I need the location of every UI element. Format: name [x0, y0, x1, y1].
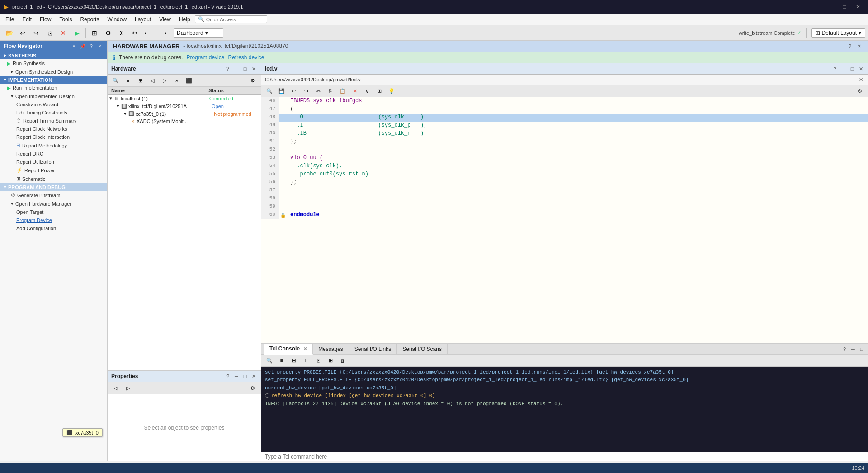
hw-close-button[interactable]: ✕ [250, 65, 257, 72]
ledv-delete-button[interactable]: ✕ [349, 86, 360, 95]
menu-file[interactable]: File [2, 15, 18, 24]
ledv-minimize-button[interactable]: ─ [840, 65, 847, 72]
hw-maximize-button[interactable]: □ [241, 65, 249, 72]
props-minimize-button[interactable]: ─ [233, 373, 240, 380]
dashboard-dropdown[interactable]: Dashboard ▾ [174, 28, 223, 38]
prev-button[interactable]: ⟵ [142, 27, 155, 39]
tcl-console-tab[interactable]: Tcl Console ✕ [264, 344, 313, 355]
code-line-50[interactable]: 50 .IB (sys_clk_n ) [261, 130, 868, 138]
edit-timing-constraints-item[interactable]: Edit Timing Constraints [0, 109, 107, 117]
cut-button[interactable]: ✂ [129, 27, 142, 39]
open-button[interactable]: 📂 [3, 27, 15, 39]
hw-search-button[interactable]: 🔍 [110, 76, 121, 85]
tcl-pause-button[interactable]: ⏸ [301, 356, 311, 365]
code-line-59[interactable]: 59 [261, 203, 868, 211]
settings-button[interactable]: ⚙ [102, 27, 114, 39]
nav-collapse-button[interactable]: ≡ [71, 43, 78, 50]
menu-view[interactable]: View [156, 15, 175, 24]
hw-help-button[interactable]: ? [224, 65, 231, 72]
code-line-57[interactable]: 57 [261, 187, 868, 195]
hw-manager-close-button[interactable]: ✕ [855, 43, 863, 50]
open-impl-design-item[interactable]: ▾ Open Implemented Design [0, 92, 107, 100]
code-line-52[interactable]: 52 [261, 146, 868, 154]
code-line-46[interactable]: 46IBUFDS sys_clk_ibufgds [261, 97, 868, 105]
code-line-60[interactable]: 60🔒endmodule [261, 211, 868, 219]
ledv-gear-button[interactable]: ⚙ [854, 86, 865, 95]
report-utilization-item[interactable]: Report Utilization [0, 158, 107, 166]
ledv-comment-button[interactable]: // [362, 86, 373, 95]
hw-minimize-button[interactable]: ─ [233, 65, 240, 72]
program-device-item[interactable]: Program Device [0, 216, 107, 224]
props-back-button[interactable]: ◁ [110, 383, 121, 393]
open-synthesized-design-item[interactable]: ▸ Open Synthesized Design [0, 67, 107, 76]
next-button[interactable]: ⟶ [156, 27, 169, 39]
menu-window[interactable]: Window [104, 15, 130, 24]
hw-row-xilinx[interactable]: ▾ 🔲 xilinx_tcf/Digilent/210251A Open [108, 102, 261, 110]
hw-row-xadc[interactable]: ✕ XADC (System Monit... [108, 118, 261, 125]
open-target-item[interactable]: Open Target [0, 208, 107, 216]
ledv-paste-button[interactable]: 📋 [337, 86, 348, 95]
tcl-expand-button[interactable]: ⊞ [288, 356, 299, 365]
tcl-minimize-button[interactable]: ─ [849, 345, 857, 353]
hw-more-button[interactable]: » [171, 76, 182, 85]
tcl-delete-button[interactable]: 🗑 [337, 356, 348, 365]
run-implementation-item[interactable]: ▶ Run Implementation [0, 84, 107, 92]
stop-button[interactable]: ✕ [57, 27, 70, 39]
ledv-save-button[interactable]: 💾 [276, 86, 287, 95]
serial-io-links-tab[interactable]: Serial I/O Links [349, 344, 397, 354]
menu-tools[interactable]: Tools [56, 15, 75, 24]
ledv-copy-button[interactable]: ⎘ [325, 86, 336, 95]
ledv-help-button[interactable]: ? [831, 65, 839, 72]
open-hw-manager-item[interactable]: ▾ Open Hardware Manager [0, 199, 107, 208]
constraints-wizard-item[interactable]: Constraints Wizard [0, 100, 107, 109]
hw-next-button[interactable]: ▷ [159, 76, 170, 85]
report-clock-interaction-item[interactable]: Report Clock Interaction [0, 133, 107, 141]
menu-layout[interactable]: Layout [131, 15, 155, 24]
report-clock-networks-item[interactable]: Report Clock Networks [0, 125, 107, 133]
impl-button[interactable]: ⊞ [88, 27, 101, 39]
messages-tab[interactable]: Messages [313, 344, 349, 354]
report-timing-summary-item[interactable]: ⏱ Report Timing Summary [0, 117, 107, 125]
code-line-49[interactable]: 49 .I (sys_clk_p ), [261, 122, 868, 130]
ledv-cut-button[interactable]: ✂ [313, 86, 324, 95]
ledv-bulb-button[interactable]: 💡 [386, 86, 397, 95]
tcl-input-bar[interactable] [261, 452, 868, 461]
hw-row-xc7a35t[interactable]: ▾ 🔲 xc7a35t_0 (1) Not programmed [108, 110, 261, 118]
tcl-input[interactable] [265, 454, 864, 460]
report-methodology-item[interactable]: ⊟ Report Methodology [0, 141, 107, 150]
tcl-maximize-button[interactable]: □ [858, 345, 865, 353]
undo-button[interactable]: ↩ [16, 27, 29, 39]
ledv-forward-button[interactable]: ↪ [301, 86, 311, 95]
props-maximize-button[interactable]: □ [241, 373, 249, 380]
code-line-48[interactable]: 48 .O (sys_clk ), [261, 114, 868, 122]
hw-prev-button[interactable]: ◁ [147, 76, 158, 85]
ledv-grid-button[interactable]: ⊞ [374, 86, 385, 95]
menu-flow[interactable]: Flow [36, 15, 55, 24]
tcl-help-button[interactable]: ? [841, 345, 848, 353]
report-power-item[interactable]: ⚡ Report Power [0, 166, 107, 175]
hw-expand-button[interactable]: ⊞ [135, 76, 146, 85]
menu-edit[interactable]: Edit [19, 15, 35, 24]
minimize-button[interactable]: ─ [825, 2, 837, 11]
code-line-51[interactable]: 51); [261, 138, 868, 146]
report-drc-item[interactable]: Report DRC [0, 150, 107, 158]
hw-row-localhost[interactable]: ▾ 🖥 localhost (1) Connected [108, 95, 261, 102]
tcl-search-button[interactable]: 🔍 [264, 356, 275, 365]
run-button[interactable]: ▶ [71, 27, 83, 39]
hw-manager-help-button[interactable]: ? [846, 43, 854, 50]
hw-collapse-button[interactable]: ≡ [123, 76, 133, 85]
code-line-54[interactable]: 54 .clk(sys_clk), [261, 162, 868, 170]
code-line-58[interactable]: 58 [261, 195, 868, 203]
hw-stop-button[interactable]: ⬛ [184, 76, 194, 85]
layout-selector[interactable]: ⊞ Default Layout ▾ [811, 28, 865, 38]
redo-button[interactable]: ↪ [30, 27, 42, 39]
ledv-path-close-button[interactable]: ✕ [857, 76, 864, 83]
menu-reports[interactable]: Reports [76, 15, 103, 24]
code-line-56[interactable]: 56); [261, 179, 868, 187]
program-device-link[interactable]: Program device [186, 54, 224, 61]
props-close-button[interactable]: ✕ [250, 373, 257, 380]
code-line-47[interactable]: 47( [261, 105, 868, 114]
code-line-55[interactable]: 55 .probe_out0(sys_rst_n) [261, 170, 868, 179]
ledv-back-button[interactable]: ↩ [288, 86, 299, 95]
program-debug-section-header[interactable]: ▾ PROGRAM AND DEBUG [0, 183, 107, 191]
